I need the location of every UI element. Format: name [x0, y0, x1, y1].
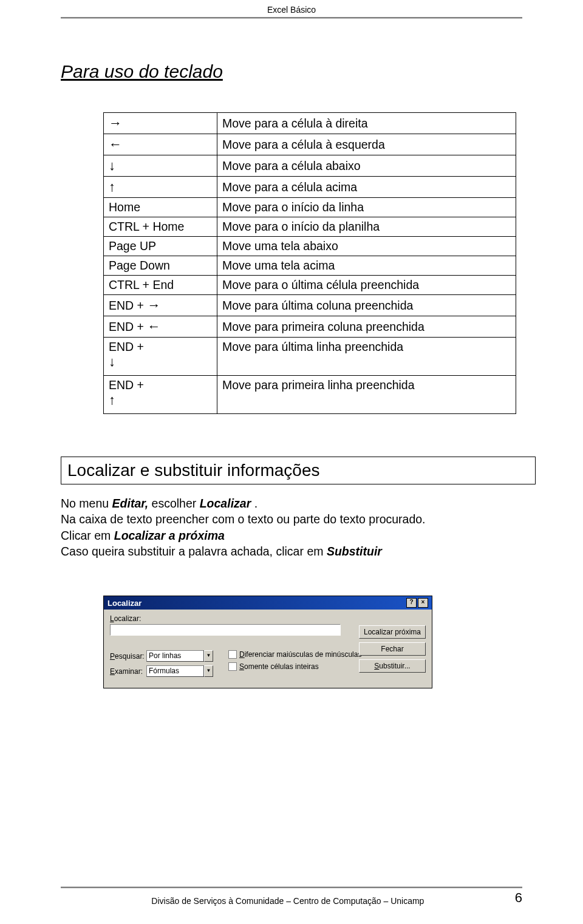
label-localizar: Localizar:: [110, 614, 146, 623]
shortcut-description: Move para a célula acima: [217, 177, 516, 198]
chevron-down-icon[interactable]: ▼: [204, 650, 213, 662]
section-title-keyboard: Para uso do teclado: [61, 61, 522, 82]
table-row: ↓Move para a célula abaixo: [104, 155, 516, 177]
table-row: END + →Move para última coluna preenchid…: [104, 295, 516, 316]
table-row: Page DownMove uma tela acima: [104, 256, 516, 276]
shortcut-description: Move para a célula à esquerda: [217, 134, 516, 155]
shortcut-key: END + ←: [104, 316, 217, 338]
text: Na caixa de texto preencher com o texto …: [61, 512, 426, 526]
search-input[interactable]: [110, 624, 341, 636]
select-examinar[interactable]: Fórmulas: [146, 665, 204, 677]
shortcut-key: END +↑: [104, 376, 217, 414]
label-examinar: Examinar:: [110, 667, 146, 676]
close-button[interactable]: Fechar: [359, 642, 426, 656]
page-content: Para uso do teclado →Move para a célula …: [0, 19, 583, 688]
shortcut-description: Move para primeira coluna preenchida: [217, 316, 516, 338]
close-icon[interactable]: ×: [418, 598, 428, 608]
find-next-button[interactable]: Localizar próxima: [359, 625, 426, 639]
checkbox-wholecell[interactable]: [228, 662, 237, 671]
shortcut-key: Page UP: [104, 237, 217, 256]
page: Excel Básico Para uso do teclado →Move p…: [0, 0, 583, 924]
shortcut-description: Move uma tela abaixo: [217, 237, 516, 256]
dialog-title-text: Localizar: [107, 599, 141, 608]
titlebar-buttons: ? ×: [406, 598, 428, 608]
shortcut-key: Home: [104, 198, 217, 217]
dialog-button-column: Localizar próxima Fechar Substituir...: [359, 625, 426, 673]
checkbox-group: Diferenciar maiúsculas de minúsculas Som…: [228, 650, 361, 681]
text: escolher: [148, 497, 200, 510]
shortcut-description: Move uma tela acima: [217, 256, 516, 276]
shortcut-description: Move para a célula abaixo: [217, 155, 516, 177]
shortcut-description: Move para o início da planilha: [217, 217, 516, 237]
shortcut-key: CTRL + End: [104, 276, 217, 295]
table-row: END +↑Move para primeira linha preenchid…: [104, 376, 516, 414]
text: Caso queira substituir a palavra achada,…: [61, 545, 327, 558]
shortcuts-table: →Move para a célula à direita←Move para …: [103, 112, 516, 414]
text: Clicar em: [61, 529, 114, 542]
replace-button[interactable]: Substituir...: [359, 659, 426, 673]
doc-header: Excel Básico: [0, 0, 583, 15]
table-row: END + ←Move para primeira coluna preench…: [104, 316, 516, 338]
shortcut-description: Move para primeira linha preenchida: [217, 376, 516, 414]
chevron-down-icon[interactable]: ▼: [204, 665, 213, 677]
footer-rule: [61, 886, 522, 888]
btn-substituir: Substituir: [327, 545, 382, 558]
shortcut-key: ↑: [104, 177, 217, 198]
shortcut-key: END + →: [104, 295, 217, 316]
shortcut-key: ←: [104, 134, 217, 155]
shortcut-description: Move para última linha preenchida: [217, 338, 516, 376]
body-paragraph: No menu Editar, escolher Localizar . Na …: [61, 495, 522, 559]
table-row: END +↓Move para última linha preenchida: [104, 338, 516, 376]
find-dialog: Localizar ? × Localizar: Pesquisar:: [103, 596, 432, 688]
dialog-body: Localizar: Pesquisar: Por linhas▼ Examin…: [104, 610, 432, 688]
table-row: →Move para a célula à direita: [104, 113, 516, 134]
shortcut-description: Move para o última célula preenchida: [217, 276, 516, 295]
label-pesquisar: Pesquisar:: [110, 652, 146, 661]
shortcut-key: CTRL + Home: [104, 217, 217, 237]
shortcut-key: ↓: [104, 155, 217, 177]
page-number: 6: [515, 890, 522, 906]
shortcut-description: Move para a célula à direita: [217, 113, 516, 134]
shortcut-key: →: [104, 113, 217, 134]
select-pesquisar[interactable]: Por linhas: [146, 650, 204, 662]
checkbox-case-label: Diferenciar maiúsculas de minúsculas: [239, 650, 361, 659]
menu-localizar: Localizar: [200, 497, 251, 510]
checkbox-case[interactable]: [228, 650, 237, 659]
text: .: [251, 497, 257, 510]
shortcut-description: Move para o início da linha: [217, 198, 516, 217]
help-icon[interactable]: ?: [406, 598, 417, 608]
section-title-find-replace: Localizar e substituir informações: [61, 457, 536, 484]
table-row: CTRL + EndMove para o última célula pree…: [104, 276, 516, 295]
dialog-titlebar: Localizar ? ×: [104, 596, 432, 610]
shortcut-description: Move para última coluna preenchida: [217, 295, 516, 316]
table-row: Page UPMove uma tela abaixo: [104, 237, 516, 256]
shortcut-key: END +↓: [104, 338, 217, 376]
table-row: HomeMove para o início da linha: [104, 198, 516, 217]
table-row: CTRL + HomeMove para o início da planilh…: [104, 217, 516, 237]
table-row: ↑Move para a célula acima: [104, 177, 516, 198]
checkbox-wholecell-label: Somente células inteiras: [239, 662, 319, 671]
menu-editar: Editar,: [112, 497, 149, 510]
btn-localizar-proxima: Localizar a próxima: [114, 529, 225, 542]
footer-text: Divisão de Serviços à Comunidade – Centr…: [151, 896, 424, 906]
page-footer: Divisão de Serviços à Comunidade – Centr…: [61, 886, 522, 906]
shortcut-key: Page Down: [104, 256, 217, 276]
table-row: ←Move para a célula à esquerda: [104, 134, 516, 155]
text: No menu: [61, 497, 112, 510]
